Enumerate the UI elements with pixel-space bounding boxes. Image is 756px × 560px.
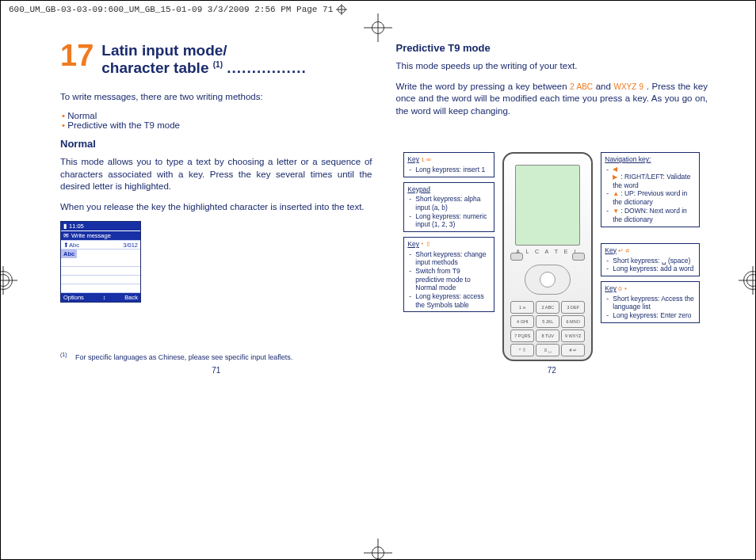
callout-nav-key: Navigation key: ◀ ▶: RIGHT/LEFT: Validat… bbox=[601, 152, 700, 227]
key-2-label: 2 ABC bbox=[570, 82, 593, 91]
normal-p2: When you release the key the highlighted… bbox=[60, 201, 372, 214]
entered-text: Abc bbox=[61, 250, 77, 258]
phone-illustration: A L C A T E L 1 ∞ 2 ABC 3 DEF 4 GHI 5 JK… bbox=[502, 152, 593, 361]
phone-dpad bbox=[525, 265, 571, 295]
header-text: 600_UM_GB-03-03-09:600_UM_GB_15-01-09 3/… bbox=[9, 5, 333, 14]
phone-screen bbox=[515, 165, 580, 246]
softkey-mid: ↕ bbox=[103, 294, 106, 301]
signal-icon: ▮ bbox=[63, 223, 67, 230]
right-page: Predictive T9 mode This mode speeds up t… bbox=[396, 42, 708, 375]
crop-target-icon bbox=[336, 4, 347, 15]
method-list: Normal Predictive with the T9 mode bbox=[60, 111, 372, 130]
normal-heading: Normal bbox=[60, 138, 372, 150]
callout-key-star: Key * ⇧ Short keypress: change input met… bbox=[403, 237, 494, 312]
right-callouts: Navigation key: ◀ ▶: RIGHT/LEFT: Validat… bbox=[601, 152, 700, 323]
key-9-label: WXYZ 9 bbox=[613, 82, 643, 91]
t9-p2: Write the word by pressing a key between… bbox=[396, 81, 708, 118]
softkey-back: Back bbox=[124, 294, 138, 301]
callout-key-1: Key 1 ∞ Long keypress: insert 1 bbox=[403, 152, 494, 177]
chapter-title: Latin input mode/ character table (1) ..… bbox=[101, 42, 306, 77]
footnote: (1) For specific languages as Chinese, p… bbox=[60, 336, 372, 361]
left-callouts: Key 1 ∞ Long keypress: insert 1 Keypad S… bbox=[403, 152, 494, 312]
callout-keypad: Keypad Short keypress: alpha input (a, b… bbox=[403, 182, 494, 232]
intro-text: To write messages, there are two writing… bbox=[60, 91, 372, 104]
reg-mark-bottom bbox=[364, 539, 392, 560]
normal-p1: This mode allows you to type a text by c… bbox=[60, 156, 372, 193]
phone-keypad: 1 ∞ 2 ABC 3 DEF 4 GHI 5 JKL 6 MNO 7 PQRS… bbox=[504, 298, 591, 363]
screen-title: Write message bbox=[71, 232, 111, 239]
page-number-right: 72 bbox=[396, 366, 708, 375]
chapter-number: 17 bbox=[60, 42, 94, 69]
char-counter: 3/012 bbox=[123, 242, 138, 249]
phone-diagram: Key 1 ∞ Long keypress: insert 1 Keypad S… bbox=[396, 152, 708, 361]
envelope-icon: ✉ bbox=[63, 232, 69, 239]
time-label: 11:05 bbox=[69, 223, 84, 230]
page-number-left: 71 bbox=[60, 366, 372, 375]
mode-indicator: ⬆Abc bbox=[63, 242, 79, 249]
callout-key-hash: Key ↵ # Short keypress: ␣ (space) Long k… bbox=[601, 243, 700, 276]
softkey-options: Options bbox=[63, 294, 84, 301]
left-page: 17 Latin input mode/ character table (1)… bbox=[60, 42, 372, 375]
t9-heading: Predictive T9 mode bbox=[396, 42, 708, 54]
t9-p1: This mode speeds up the writing of your … bbox=[396, 60, 708, 73]
phone-screenshot: ▮ 11:05 ✉ Write message ⬆Abc 3/012 Abc bbox=[60, 221, 141, 303]
callout-key-zero: Key 0 + Short keypress: Access the langu… bbox=[601, 281, 700, 323]
